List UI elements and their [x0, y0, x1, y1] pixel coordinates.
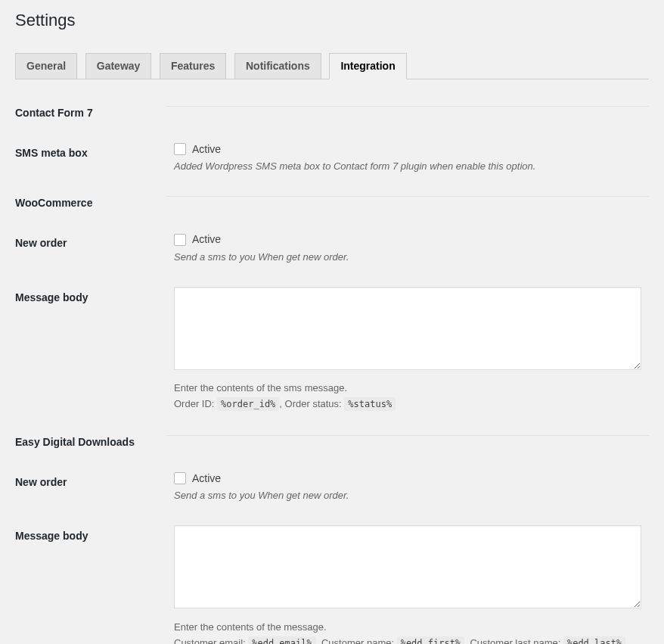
- settings-form-table: Contact Form 7 SMS meta box Active Added…: [15, 95, 649, 644]
- checkbox-edd-new-order-active[interactable]: [174, 472, 186, 484]
- checkbox-edd-new-order-active-label: Active: [192, 471, 221, 485]
- tab-general[interactable]: General: [15, 53, 77, 79]
- hint-woo-order-status-label: , Order status:: [279, 398, 344, 409]
- label-woo-new-order: New order: [15, 221, 166, 275]
- section-divider: [166, 106, 649, 107]
- row-cf7-sms-meta-box: SMS meta box Active Added Wordpress SMS …: [15, 131, 649, 185]
- tabs-nav: General Gateway Features Notifications I…: [15, 45, 649, 79]
- description-woo-new-order: Send a sms to you When get new order.: [174, 251, 641, 264]
- hint-edd-name-label: , Customer name:: [316, 637, 397, 644]
- section-cf7: Contact Form 7: [15, 95, 649, 131]
- tab-integration[interactable]: Integration: [329, 53, 406, 79]
- label-edd-new-order: New order: [15, 460, 166, 514]
- hint-edd-message-body: Enter the contents of the message. Custo…: [174, 620, 641, 644]
- textarea-edd-message-body[interactable]: [174, 525, 641, 608]
- section-woocommerce: WooCommerce: [15, 185, 649, 221]
- section-edd-title: Easy Digital Downloads: [15, 424, 166, 460]
- section-divider: [166, 435, 649, 436]
- code-edd-email: %edd_email%: [248, 636, 315, 644]
- checkbox-woo-new-order-active-label: Active: [192, 232, 221, 246]
- row-edd-message-body: Message body Enter the contents of the m…: [15, 514, 649, 644]
- hint-woo-intro: Enter the contents of the sms message.: [174, 382, 347, 394]
- section-cf7-title: Contact Form 7: [15, 95, 166, 131]
- section-woocommerce-title: WooCommerce: [15, 185, 166, 221]
- tab-notifications[interactable]: Notifications: [234, 53, 321, 79]
- checkbox-woo-new-order-active[interactable]: [174, 234, 186, 246]
- section-divider: [166, 196, 649, 197]
- hint-edd-last-label: , Customer last name:: [464, 637, 563, 644]
- page-title: Settings: [15, 11, 649, 30]
- code-edd-first: %edd_first%: [397, 636, 464, 644]
- hint-woo-message-body: Enter the contents of the sms message. O…: [174, 381, 641, 412]
- description-cf7-sms-meta-box: Added Wordpress SMS meta box to Contact …: [174, 160, 641, 173]
- code-order-status: %status%: [344, 397, 396, 411]
- checkbox-cf7-active-label: Active: [192, 142, 221, 156]
- code-edd-last: %edd_last%: [563, 636, 625, 644]
- textarea-woo-message-body[interactable]: [174, 287, 641, 370]
- label-sms-meta-box: SMS meta box: [15, 131, 166, 185]
- tab-gateway[interactable]: Gateway: [85, 53, 152, 79]
- row-woo-message-body: Message body Enter the contents of the s…: [15, 275, 649, 424]
- code-order-id: %order_id%: [217, 397, 279, 411]
- label-woo-message-body: Message body: [15, 275, 166, 424]
- checkbox-cf7-active[interactable]: [174, 143, 186, 155]
- label-edd-message-body: Message body: [15, 514, 166, 644]
- description-edd-new-order: Send a sms to you When get new order.: [174, 490, 641, 502]
- tab-features[interactable]: Features: [160, 53, 226, 79]
- hint-edd-email-label: Customer email:: [174, 637, 248, 644]
- hint-edd-intro: Enter the contents of the message.: [174, 621, 327, 633]
- row-woo-new-order: New order Active Send a sms to you When …: [15, 221, 649, 275]
- section-edd: Easy Digital Downloads: [15, 424, 649, 460]
- hint-woo-order-id-label: Order ID:: [174, 398, 217, 409]
- row-edd-new-order: New order Active Send a sms to you When …: [15, 460, 649, 514]
